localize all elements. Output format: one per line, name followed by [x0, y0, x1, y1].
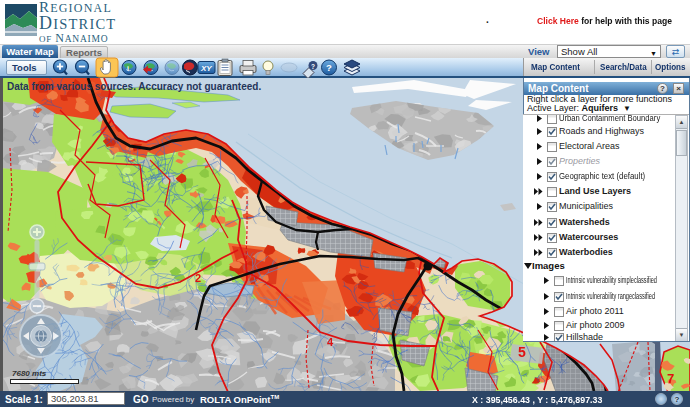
svg-text:5: 5	[518, 344, 526, 360]
svg-text:7: 7	[667, 371, 674, 386]
svg-text:4: 4	[327, 336, 334, 348]
svg-text:XY: XY	[200, 64, 212, 73]
svg-text:i: i	[127, 65, 129, 72]
svg-text:?: ?	[326, 62, 332, 73]
svg-text:?: ?	[311, 63, 315, 70]
svg-text:2: 2	[195, 272, 201, 284]
